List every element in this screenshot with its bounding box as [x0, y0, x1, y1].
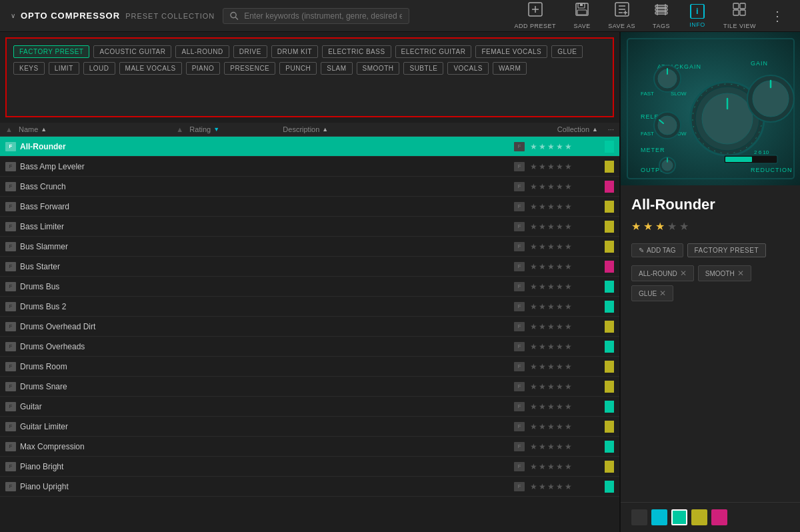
star-1[interactable]: ★ [530, 422, 537, 431]
tag-chip-punch[interactable]: PUNCH [279, 62, 317, 75]
preset-row[interactable]: FBus StarterF★★★★★ [0, 257, 619, 277]
star-3[interactable]: ★ [547, 322, 555, 331]
star-5[interactable]: ★ [565, 462, 572, 471]
star-4[interactable]: ★ [556, 402, 563, 411]
tags-button[interactable]: TAGS [645, 0, 678, 32]
tag-remove-icon[interactable]: ✕ [659, 289, 666, 298]
star-1[interactable]: ★ [631, 220, 641, 233]
name-column-header[interactable]: Name ▲ [19, 125, 176, 133]
star-4[interactable]: ★ [556, 222, 563, 231]
tag-chip-electric-bass[interactable]: ELECTRIC BASS [322, 45, 391, 58]
add-preset-button[interactable]: ADD PRESET [508, 0, 563, 32]
search-box[interactable] [223, 8, 409, 24]
star-3[interactable]: ★ [547, 422, 555, 431]
star-4[interactable]: ★ [556, 142, 563, 151]
tag-chip-presence[interactable]: PRESENCE [224, 62, 275, 75]
collection-column-header[interactable]: Collection ▲ [441, 125, 598, 133]
tag-chip-drive[interactable]: DRIVE [233, 45, 267, 58]
preset-row[interactable]: FBus SlammerF★★★★★ [0, 237, 619, 257]
preset-rating-stars[interactable]: ★★★★★ [530, 362, 597, 371]
rating-column-header[interactable]: Rating ▼ [189, 125, 283, 133]
tag-chip-subtle[interactable]: SUBTLE [403, 62, 443, 75]
star-2[interactable]: ★ [539, 322, 546, 331]
star-1[interactable]: ★ [530, 262, 537, 271]
preset-rating-stars[interactable]: ★★★★★ [530, 222, 597, 231]
preset-rating-stars[interactable]: ★★★★★ [530, 422, 597, 431]
tag-chip-piano[interactable]: PIANO [186, 62, 221, 75]
tag-chip-factory-preset[interactable]: FACTORY PRESET [13, 45, 89, 58]
preset-rating-stars[interactable]: ★★★★★ [530, 182, 597, 191]
star-5[interactable]: ★ [565, 162, 572, 171]
star-4[interactable]: ★ [556, 342, 563, 351]
star-1[interactable]: ★ [530, 202, 537, 211]
tag-chip-loud[interactable]: LOUD [83, 62, 115, 75]
preset-row[interactable]: FDrums RoomF★★★★★ [0, 357, 619, 377]
preset-rating-stars[interactable]: ★★★★★ [530, 162, 597, 171]
star-2[interactable]: ★ [539, 242, 546, 251]
selected-tag-glue[interactable]: GLUE✕ [631, 285, 673, 301]
star-5[interactable]: ★ [565, 422, 572, 431]
star-4[interactable]: ★ [556, 262, 563, 271]
star-3[interactable]: ★ [547, 482, 555, 491]
star-2[interactable]: ★ [539, 222, 546, 231]
tag-chip-vocals[interactable]: VOCALS [447, 62, 489, 75]
star-4[interactable]: ★ [667, 220, 677, 233]
star-1[interactable]: ★ [530, 402, 537, 411]
preset-row[interactable]: FMax CompressionF★★★★★ [0, 437, 619, 457]
tag-remove-icon[interactable]: ✕ [680, 269, 687, 278]
star-4[interactable]: ★ [556, 442, 563, 451]
star-3[interactable]: ★ [547, 282, 555, 291]
preset-rating-stars[interactable]: ★★★★★ [530, 342, 597, 351]
star-5[interactable]: ★ [565, 262, 572, 271]
star-3[interactable]: ★ [547, 362, 555, 371]
selected-preset-stars[interactable]: ★ ★ ★ ★ ★ [631, 220, 789, 233]
star-3[interactable]: ★ [547, 242, 555, 251]
star-2[interactable]: ★ [539, 142, 546, 151]
preset-rating-stars[interactable]: ★★★★★ [530, 242, 597, 251]
preset-rating-stars[interactable]: ★★★★★ [530, 142, 597, 151]
star-4[interactable]: ★ [556, 302, 563, 311]
palette-color-00bcd4[interactable] [651, 509, 667, 525]
star-3[interactable]: ★ [547, 142, 555, 151]
preset-row[interactable]: FGuitarF★★★★★ [0, 397, 619, 417]
star-4[interactable]: ★ [556, 162, 563, 171]
palette-color-d0207a[interactable] [711, 509, 727, 525]
star-5[interactable]: ★ [565, 282, 572, 291]
name-sort-desc[interactable]: ▲ [176, 125, 189, 133]
collapse-arrow[interactable]: ∨ [11, 12, 15, 19]
star-1[interactable]: ★ [530, 142, 537, 151]
star-2[interactable]: ★ [539, 402, 546, 411]
star-1[interactable]: ★ [530, 242, 537, 251]
star-1[interactable]: ★ [530, 282, 537, 291]
star-5[interactable]: ★ [679, 220, 689, 233]
star-3[interactable]: ★ [655, 220, 665, 233]
preset-rating-stars[interactable]: ★★★★★ [530, 282, 597, 291]
preset-rating-stars[interactable]: ★★★★★ [530, 202, 597, 211]
star-3[interactable]: ★ [547, 402, 555, 411]
add-tag-button[interactable]: ✎ ADD TAG [631, 243, 683, 257]
search-input[interactable] [244, 11, 402, 21]
star-4[interactable]: ★ [556, 182, 563, 191]
star-1[interactable]: ★ [530, 442, 537, 451]
tag-chip-limit[interactable]: LIMIT [49, 62, 79, 75]
star-5[interactable]: ★ [565, 342, 572, 351]
tile-view-button[interactable]: TILE VIEW [717, 0, 763, 32]
star-3[interactable]: ★ [547, 222, 555, 231]
star-2[interactable]: ★ [539, 382, 546, 391]
star-5[interactable]: ★ [565, 222, 572, 231]
star-3[interactable]: ★ [547, 442, 555, 451]
star-2[interactable]: ★ [643, 220, 653, 233]
star-1[interactable]: ★ [530, 162, 537, 171]
tag-chip-female-vocals[interactable]: FEMALE VOCALS [475, 45, 547, 58]
factory-preset-tag[interactable]: FACTORY PRESET [687, 243, 766, 257]
selected-tag-all-round[interactable]: ALL-ROUND✕ [631, 265, 694, 281]
info-button[interactable]: i INFO [681, 1, 714, 31]
preset-row[interactable]: FDrums OverheadsF★★★★★ [0, 337, 619, 357]
save-button[interactable]: SAVE [565, 0, 599, 32]
star-2[interactable]: ★ [539, 282, 546, 291]
star-2[interactable]: ★ [539, 362, 546, 371]
star-2[interactable]: ★ [539, 482, 546, 491]
tag-chip-glue[interactable]: GLUE [551, 45, 583, 58]
star-1[interactable]: ★ [530, 302, 537, 311]
star-1[interactable]: ★ [530, 342, 537, 351]
